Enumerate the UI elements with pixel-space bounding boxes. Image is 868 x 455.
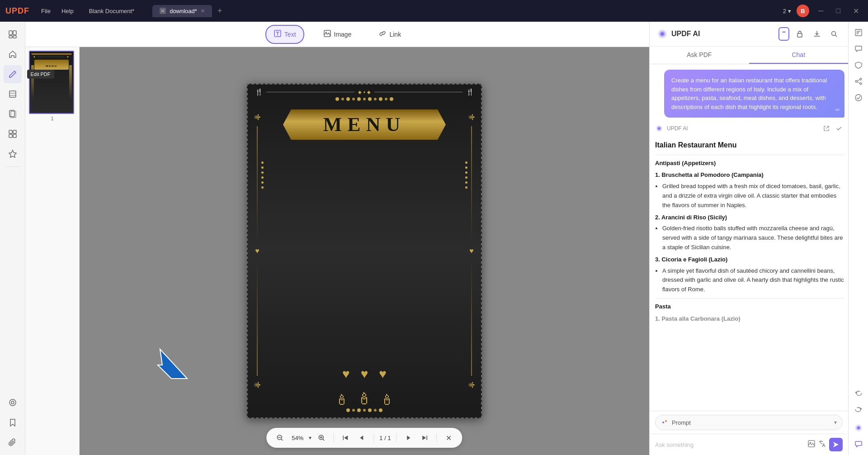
tab-close-btn[interactable]: ✕: [201, 8, 205, 14]
link-tool-icon: [378, 29, 387, 39]
image-upload-btn[interactable]: [807, 440, 816, 450]
image-tool-btn[interactable]: Image: [315, 25, 360, 44]
tab-chat[interactable]: Chat: [749, 47, 849, 64]
svg-line-56: [857, 82, 860, 83]
zoom-dropdown[interactable]: ▾: [309, 435, 311, 441]
right-protect-btn[interactable]: [851, 58, 866, 72]
ocr-icon: [854, 28, 863, 37]
right-comment-btn[interactable]: [851, 437, 866, 451]
tab-download[interactable]: download* ✕: [152, 5, 212, 17]
undo-btn[interactable]: [851, 386, 866, 401]
right-check-btn[interactable]: [851, 90, 866, 105]
edit-icon: [8, 70, 17, 79]
sidebar-icon-stickers[interactable]: [4, 145, 22, 163]
svg-point-46: [662, 422, 664, 423]
sidebar-icon-organize[interactable]: [4, 125, 22, 143]
svg-point-53: [855, 81, 857, 82]
sidebar-icon-edit[interactable]: Edit PDF: [4, 65, 22, 83]
svg-point-38: [661, 33, 664, 35]
topbar-menu: File Help: [37, 6, 78, 16]
next-page-btn[interactable]: [402, 431, 415, 444]
ai-input-actions: [807, 438, 843, 451]
prompt-select-dropdown[interactable]: Prompt ▾: [655, 415, 843, 430]
sidebar-icon-home[interactable]: [4, 45, 22, 63]
translate-btn[interactable]: [818, 440, 826, 450]
close-toolbar-btn[interactable]: ✕: [443, 431, 455, 444]
svg-rect-13: [13, 130, 16, 133]
prev-page-btn[interactable]: [355, 431, 368, 444]
win-maximize-btn[interactable]: □: [832, 5, 844, 17]
right-ocr-btn[interactable]: [851, 25, 866, 40]
external-link-btn[interactable]: [821, 123, 832, 134]
undo-icon: [854, 389, 863, 398]
sidebar-icon-layers2[interactable]: [4, 393, 22, 412]
user-message: Create a menu for an Italian restaurant …: [664, 70, 844, 118]
svg-rect-6: [13, 36, 16, 38]
viewer-area: ◆ ─────────── ◆ MENU 1: [25, 47, 649, 455]
cursor-arrow: [156, 340, 192, 383]
menu-file[interactable]: File: [37, 6, 55, 16]
svg-point-52: [860, 78, 862, 80]
new-tab-btn[interactable]: +: [214, 5, 226, 18]
tab-ask-pdf[interactable]: Ask PDF: [650, 47, 749, 64]
organize-icon: [8, 129, 17, 138]
sidebar-icon-attachment[interactable]: [4, 433, 22, 451]
right-chat-btn[interactable]: [851, 42, 866, 56]
sidebar-icon-layers[interactable]: [4, 85, 22, 103]
zoom-in-icon: [318, 434, 325, 441]
page-display: 1 / 1: [379, 435, 391, 441]
check-icon: [836, 125, 842, 132]
user-avatar[interactable]: B: [797, 5, 809, 17]
sidebar-icon-thumbnail[interactable]: [4, 25, 22, 43]
pdf-bottom-toolbar: 54% ▾ 1 / 1: [266, 428, 462, 448]
item2-desc: Golden-fried risotto balls stuffed with …: [662, 224, 844, 252]
layers-icon: [8, 90, 17, 99]
svg-point-47: [665, 420, 667, 422]
search-icon: [830, 30, 838, 38]
infinity-btn[interactable]: ∞: [778, 27, 789, 41]
redo-btn[interactable]: [851, 403, 866, 417]
menu-help[interactable]: Help: [57, 6, 78, 16]
zoom-in-btn[interactable]: [315, 431, 328, 444]
svg-marker-33: [407, 436, 410, 440]
ai-response-content: Italian Restaurant Menu Antipasti (Appet…: [655, 139, 844, 325]
svg-rect-14: [9, 134, 12, 137]
right-share-btn[interactable]: [851, 74, 866, 89]
check-btn[interactable]: [834, 123, 844, 134]
download-btn[interactable]: [810, 27, 824, 41]
zoom-display: 54%: [290, 435, 305, 441]
svg-point-44: [658, 128, 660, 129]
prev-page-icon: [359, 435, 365, 441]
win-close-btn[interactable]: ✕: [849, 5, 863, 17]
svg-rect-39: [797, 33, 802, 37]
lock-btn[interactable]: [793, 27, 807, 41]
page-number-1: 1: [29, 116, 75, 121]
svg-marker-50: [833, 442, 839, 447]
ai-header-actions: ∞: [778, 27, 841, 41]
response-title: Italian Restaurant Menu: [655, 139, 844, 151]
first-page-btn[interactable]: [339, 431, 352, 444]
last-page-btn[interactable]: [419, 431, 431, 444]
pdf-viewer: 🍴 ◆ ● ◆ 🍴: [80, 47, 649, 455]
send-btn[interactable]: [829, 438, 843, 451]
sidebar-icon-bookmark[interactable]: [4, 413, 22, 431]
ai-input-field[interactable]: [655, 441, 804, 448]
edit-message-btn[interactable]: ✏: [835, 106, 840, 114]
response-divider-2: [655, 298, 844, 299]
svg-point-18: [9, 399, 16, 406]
link-tool-btn[interactable]: Link: [370, 25, 409, 44]
thumbnail-panel: ◆ ─────────── ◆ MENU 1: [25, 47, 80, 455]
download-icon: [813, 30, 821, 38]
svg-point-54: [860, 83, 862, 85]
thumbnail-page-1[interactable]: ◆ ─────────── ◆ MENU 1: [29, 51, 75, 121]
zoom-out-btn[interactable]: [274, 431, 286, 444]
menu-title: MENU: [323, 114, 406, 136]
stickers-icon: [8, 149, 17, 158]
search-btn[interactable]: [827, 27, 841, 41]
item3-name: 3. Cicoria e Fagioli (Lazio): [655, 255, 844, 265]
redo-icon: [854, 406, 863, 414]
sidebar-icon-pages[interactable]: [4, 105, 22, 123]
text-tool-btn[interactable]: Text: [265, 25, 304, 44]
win-minimize-btn[interactable]: ─: [815, 5, 827, 17]
right-ai-float-btn[interactable]: [851, 421, 866, 435]
